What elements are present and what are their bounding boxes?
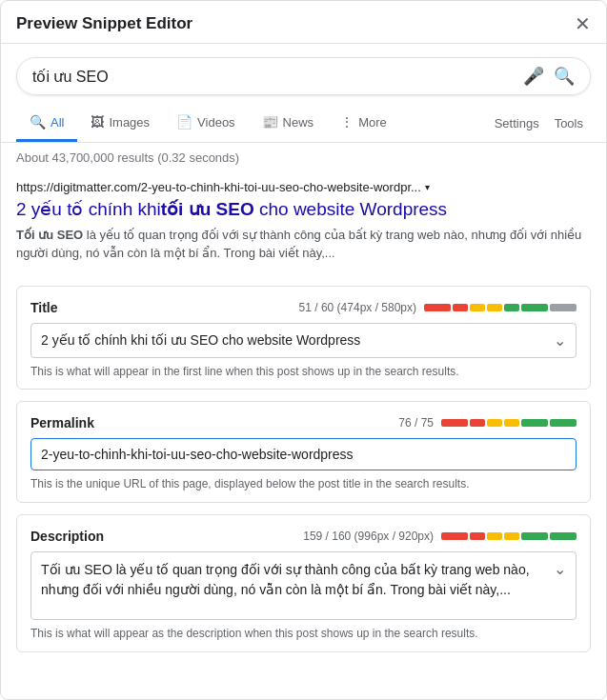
permalink-label: Permalink — [30, 415, 94, 430]
pbar-seg-5 — [521, 419, 548, 427]
dialog-title: Preview Snippet Editor — [16, 14, 192, 33]
desc-textarea-row[interactable]: Tối ưu SEO là yếu tố quan trọng đối với … — [30, 551, 577, 620]
result-snippet: Tối ưu SEO là yếu tố quan trọng đối với … — [16, 226, 591, 263]
title-value: 2 yếu tố chính khi tối ưu SEO cho websit… — [41, 332, 360, 348]
dbar-seg-2 — [470, 532, 485, 540]
permalink-section: Permalink 76 / 75 This is the unique URL… — [16, 401, 591, 503]
tab-news[interactable]: 📰 News — [249, 105, 328, 142]
desc-count: 159 / 160 (996px / 920px) — [303, 530, 434, 543]
title-hint: This is what will appear in the first li… — [30, 364, 577, 380]
desc-chevron-icon: ⌄ — [554, 560, 566, 578]
bar-seg-4 — [487, 304, 502, 311]
tab-videos[interactable]: 📄 Videos — [163, 105, 249, 142]
tab-videos-label: Videos — [197, 115, 235, 130]
result-title-rest: cho website Wordpress — [254, 199, 447, 219]
tab-all-label: All — [51, 115, 64, 130]
nav-tabs: 🔍 All 🖼 Images 📄 Videos 📰 News ⋮ More Se… — [1, 105, 606, 143]
title-section-header: Title 51 / 60 (474px / 580px) — [30, 300, 577, 315]
search-bar-container: 🎤 🔍 — [1, 44, 606, 105]
desc-meta: 159 / 160 (996px / 920px) — [303, 530, 577, 543]
all-icon: 🔍 — [30, 114, 46, 130]
bar-seg-3 — [470, 304, 485, 311]
close-button[interactable]: ✕ — [575, 14, 591, 33]
tab-more[interactable]: ⋮ More — [327, 105, 400, 142]
title-meta: 51 / 60 (474px / 580px) — [299, 301, 577, 314]
title-count: 51 / 60 (474px / 580px) — [299, 301, 416, 314]
dbar-seg-6 — [550, 532, 577, 540]
pbar-seg-2 — [470, 419, 485, 427]
tab-images-label: Images — [109, 115, 150, 130]
title-input-row[interactable]: 2 yếu tố chính khi tối ưu SEO cho websit… — [30, 323, 577, 358]
tab-news-label: News — [283, 115, 314, 130]
search-bar: 🎤 🔍 — [16, 57, 591, 95]
title-progress-bar — [424, 304, 577, 311]
permalink-meta: 76 / 75 — [398, 416, 577, 430]
tab-all[interactable]: 🔍 All — [16, 105, 77, 142]
permalink-section-header: Permalink 76 / 75 — [30, 415, 577, 430]
result-title[interactable]: 2 yếu tố chính khitối ưu SEO cho website… — [16, 198, 591, 222]
images-icon: 🖼 — [91, 114, 104, 130]
search-input[interactable] — [32, 68, 514, 85]
more-icon: ⋮ — [340, 114, 354, 130]
mic-icon[interactable]: 🎤 — [523, 66, 544, 87]
desc-section-header: Description 159 / 160 (996px / 920px) — [30, 529, 577, 544]
news-icon: 📰 — [262, 114, 278, 130]
bar-seg-6 — [521, 304, 548, 311]
search-result: https://digitmatter.com/2-yeu-to-chinh-k… — [1, 172, 606, 274]
permalink-hint: This is the unique URL of this page, dis… — [30, 476, 577, 492]
tab-images[interactable]: 🖼 Images — [77, 105, 163, 142]
title-label: Title — [30, 300, 58, 315]
bar-seg-1 — [424, 304, 451, 311]
snippet-highlight: Tối ưu SEO — [16, 228, 83, 242]
dbar-seg-1 — [441, 532, 468, 540]
dbar-seg-5 — [521, 532, 548, 540]
tab-more-label: More — [358, 115, 387, 130]
desc-label: Description — [30, 529, 104, 544]
permalink-progress-bar — [441, 419, 577, 427]
dialog-header: Preview Snippet Editor ✕ — [1, 1, 606, 44]
title-chevron-icon: ⌄ — [554, 331, 566, 350]
result-url-arrow: ▾ — [425, 182, 430, 192]
pbar-seg-3 — [487, 419, 502, 427]
snippet-rest: là yếu tố quan trọng đối với sự thành cô… — [16, 228, 581, 261]
pbar-seg-1 — [441, 419, 468, 427]
bar-seg-5 — [504, 304, 519, 311]
dbar-seg-3 — [487, 532, 502, 540]
result-url-text: https://digitmatter.com/2-yeu-to-chinh-k… — [16, 180, 421, 194]
desc-hint: This is what will appear as the descript… — [30, 626, 577, 642]
desc-value: Tối ưu SEO là yếu tố quan trọng đối với … — [41, 560, 554, 600]
pbar-seg-6 — [550, 419, 577, 427]
result-title-plain1: 2 yếu tố chính khi — [16, 199, 161, 219]
settings-link[interactable]: Settings — [487, 107, 547, 140]
desc-progress-bar — [441, 532, 577, 540]
tools-link[interactable]: Tools — [547, 107, 591, 140]
permalink-input[interactable] — [30, 438, 577, 470]
dbar-seg-4 — [504, 532, 519, 540]
pbar-seg-4 — [504, 419, 519, 427]
result-url-row: https://digitmatter.com/2-yeu-to-chinh-k… — [16, 180, 591, 194]
bar-seg-2 — [453, 304, 468, 311]
bar-seg-7 — [550, 304, 577, 311]
description-section: Description 159 / 160 (996px / 920px) Tố… — [16, 514, 591, 652]
videos-icon: 📄 — [176, 114, 192, 130]
search-icon[interactable]: 🔍 — [554, 66, 575, 87]
title-section: Title 51 / 60 (474px / 580px) 2 yếu tố c… — [16, 286, 591, 390]
results-info: About 43,700,000 results (0.32 seconds) — [1, 143, 606, 172]
result-title-highlight: tối ưu SEO — [161, 199, 254, 219]
permalink-count: 76 / 75 — [398, 416, 434, 430]
